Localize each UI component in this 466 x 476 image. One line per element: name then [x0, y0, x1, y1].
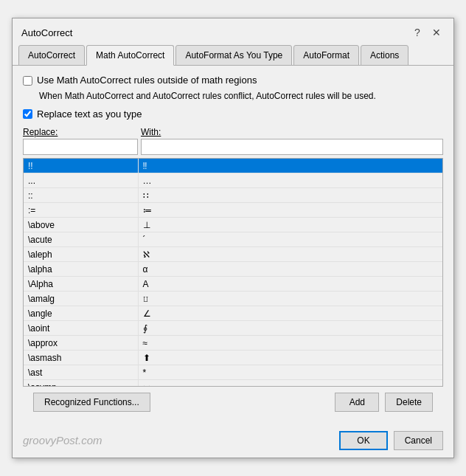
with-cell: * — [138, 365, 442, 380]
replace-cell: \acute — [24, 232, 138, 247]
replacements-table-container: !!‼...…::∷:=≔\above⊥\acute´\alephℵ\alpha… — [23, 158, 443, 387]
replace-cell: \Alpha — [24, 277, 138, 292]
column-with-header: With: — [141, 127, 161, 137]
footer-actions: OK Cancel — [339, 431, 443, 450]
table-row[interactable]: :=≔ — [24, 203, 442, 218]
replace-text-label: Replace text as you type — [37, 108, 142, 120]
replace-cell: \asymp — [24, 380, 138, 386]
with-cell: ≍ — [138, 380, 442, 386]
table-row[interactable]: !!‼ — [24, 159, 442, 173]
ok-button[interactable]: OK — [339, 431, 387, 450]
replace-checkbox-row: Replace text as you type — [23, 108, 443, 120]
tab-content: Use Math AutoCorrect rules outside of ma… — [13, 66, 453, 427]
table-row[interactable]: ::∷ — [24, 188, 442, 203]
with-cell: ⨿ — [138, 292, 442, 306]
replace-cell: \aoint — [24, 321, 138, 336]
with-cell: … — [138, 173, 442, 188]
info-text: When Math AutoCorrect and AutoCorrect ru… — [39, 90, 443, 103]
help-button[interactable]: ? — [409, 24, 425, 41]
tab-bar: AutoCorrect Math AutoCorrect AutoFormat … — [13, 45, 453, 66]
table-row[interactable]: \asmash⬆ — [24, 351, 442, 365]
with-cell: ⊥ — [138, 218, 442, 232]
with-input[interactable] — [141, 139, 443, 155]
replace-cell: ... — [24, 173, 138, 188]
titlebar: AutoCorrect ? ✕ — [13, 18, 453, 44]
recognized-functions-button[interactable]: Recognized Functions... — [33, 393, 150, 412]
table-row[interactable]: \aoint∮ — [24, 321, 442, 336]
brand-label: groovyPost.com — [23, 434, 102, 446]
table-row[interactable]: \angle∠ — [24, 306, 442, 321]
replace-cell: !! — [24, 159, 138, 173]
replace-input[interactable] — [23, 139, 138, 155]
with-cell: Α — [138, 277, 442, 292]
replace-cell: \asmash — [24, 351, 138, 365]
add-button[interactable]: Add — [335, 393, 379, 412]
dialog-title: AutoCorrect — [21, 27, 72, 38]
table-row[interactable]: \AlphaΑ — [24, 277, 442, 292]
tab-autoformat[interactable]: AutoFormat — [293, 45, 359, 66]
table-row[interactable]: \alephℵ — [24, 247, 442, 262]
tab-actions[interactable]: Actions — [361, 45, 408, 66]
table-row[interactable]: \ast* — [24, 365, 442, 380]
close-button[interactable]: ✕ — [428, 24, 445, 41]
with-cell: ∷ — [138, 188, 442, 203]
replace-cell: \above — [24, 218, 138, 232]
with-cell: α — [138, 262, 442, 277]
use-outside-checkbox[interactable] — [23, 76, 32, 86]
table-row[interactable]: \asymp≍ — [24, 380, 442, 386]
with-cell: ∠ — [138, 306, 442, 321]
titlebar-controls: ? ✕ — [409, 24, 445, 41]
tab-autoformat-as-you-type[interactable]: AutoFormat As You Type — [175, 45, 292, 66]
replace-cell: \angle — [24, 306, 138, 321]
replacements-table: !!‼...…::∷:=≔\above⊥\acute´\alephℵ\alpha… — [24, 159, 442, 386]
column-headers: Replace: With: — [23, 127, 443, 137]
with-cell: ≔ — [138, 203, 442, 218]
cancel-button[interactable]: Cancel — [394, 431, 443, 450]
tab-autocorrect[interactable]: AutoCorrect — [18, 45, 85, 66]
footer-row: groovyPost.com OK Cancel — [13, 427, 453, 458]
with-cell: ∮ — [138, 321, 442, 336]
replace-cell: \approx — [24, 336, 138, 351]
replace-cell: \aleph — [24, 247, 138, 262]
replace-cell: :: — [24, 188, 138, 203]
table-scroll[interactable]: !!‼...…::∷:=≔\above⊥\acute´\alephℵ\alpha… — [24, 159, 442, 386]
with-cell: ℵ — [138, 247, 442, 262]
column-replace-header: Replace: — [23, 127, 141, 137]
bottom-buttons: Recognized Functions... Add Delete — [23, 387, 443, 418]
table-row[interactable]: \acute´ — [24, 232, 442, 247]
input-row — [23, 139, 443, 155]
tab-math-autocorrect[interactable]: Math AutoCorrect — [86, 45, 174, 66]
table-row[interactable]: \approx≈ — [24, 336, 442, 351]
with-cell: ⬆ — [138, 351, 442, 365]
autocorrect-dialog: AutoCorrect ? ✕ AutoCorrect Math AutoCor… — [12, 18, 454, 458]
table-row[interactable]: \amalg⨿ — [24, 292, 442, 306]
use-outside-label: Use Math AutoCorrect rules outside of ma… — [37, 75, 257, 86]
delete-button[interactable]: Delete — [385, 393, 433, 412]
replace-cell: \ast — [24, 365, 138, 380]
table-row[interactable]: \alphaα — [24, 262, 442, 277]
replace-cell: \amalg — [24, 292, 138, 306]
with-cell: ‼ — [138, 159, 442, 173]
use-outside-row: Use Math AutoCorrect rules outside of ma… — [23, 75, 443, 86]
table-row[interactable]: \above⊥ — [24, 218, 442, 232]
with-cell: ´ — [138, 232, 442, 247]
replace-cell: := — [24, 203, 138, 218]
table-row[interactable]: ...… — [24, 173, 442, 188]
replace-cell: \alpha — [24, 262, 138, 277]
replace-text-checkbox[interactable] — [23, 109, 32, 119]
with-cell: ≈ — [138, 336, 442, 351]
